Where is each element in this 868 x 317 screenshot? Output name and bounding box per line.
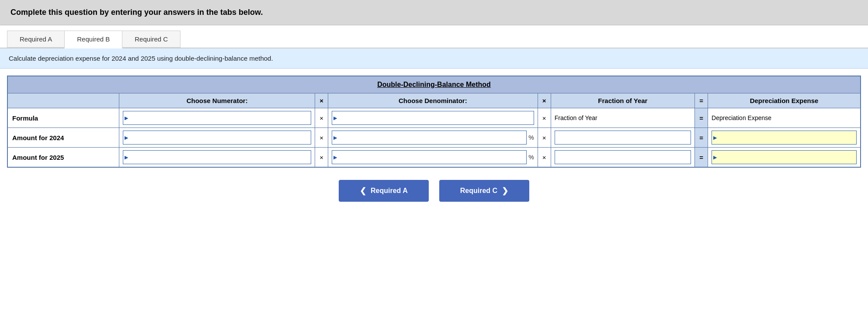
tab-required-c[interactable]: Required C — [122, 31, 181, 48]
row-label-formula: Formula — [7, 108, 119, 128]
col-equals-header: = — [695, 93, 708, 108]
amount2024-mult2: × — [538, 128, 551, 148]
col-dep-expense-header: Depreciation Expense — [708, 93, 861, 108]
formula-fraction-static: Fraction of Year — [551, 108, 694, 128]
amount2025-dep-input[interactable] — [712, 150, 857, 164]
amount2024-mult1: × — [315, 128, 328, 148]
amount2025-fraction-cell[interactable] — [551, 148, 694, 168]
header-bar: Complete this question by entering your … — [0, 0, 868, 25]
col-fraction-header: Fraction of Year — [551, 93, 694, 108]
amount2025-percent: % — [528, 154, 534, 161]
prev-button[interactable]: ❮ Required A — [339, 180, 429, 202]
amount2024-fraction-cell[interactable] — [551, 128, 694, 148]
formula-dep-static: Depreciation Expense — [708, 108, 861, 128]
col-numerator-header: Choose Numerator: — [119, 93, 315, 108]
amount2025-fraction-input[interactable] — [555, 150, 691, 164]
next-button[interactable]: Required C ❯ — [439, 180, 529, 202]
tab-required-b[interactable]: Required B — [64, 31, 122, 48]
amount2024-dep-input[interactable] — [712, 131, 857, 145]
formula-denominator-select[interactable] — [332, 111, 534, 125]
amount2024-denominator-cell[interactable]: % — [328, 128, 538, 148]
formula-mult1: × — [315, 108, 328, 128]
col-mult1-header: × — [315, 93, 328, 108]
instruction-text: Calculate depreciation expense for 2024 … — [9, 55, 273, 62]
amount2025-numerator-select[interactable] — [123, 150, 311, 164]
row-label-2025: Amount for 2025 — [7, 148, 119, 168]
tabs-row: Required A Required B Required C — [0, 25, 868, 48]
tab-required-a[interactable]: Required A — [7, 31, 65, 48]
amount2025-numerator-cell[interactable] — [119, 148, 315, 168]
nav-buttons: ❮ Required A Required C ❯ — [0, 168, 868, 210]
formula-denominator-cell[interactable] — [328, 108, 538, 128]
formula-equals: = — [695, 108, 708, 128]
title-row: Double-Declining-Balance Method — [7, 76, 861, 93]
amount2024-denominator-select[interactable] — [332, 131, 527, 145]
method-table: Double-Declining-Balance Method Choose N… — [7, 76, 861, 168]
next-button-label: Required C — [460, 187, 497, 195]
prev-button-label: Required A — [371, 187, 408, 195]
amount2024-equals: = — [695, 128, 708, 148]
amount2025-denominator-cell[interactable]: % — [328, 148, 538, 168]
formula-numerator-select[interactable] — [123, 111, 311, 125]
amount2024-numerator-select[interactable] — [123, 131, 311, 145]
col-denominator-header: Choose Denominator: — [328, 93, 538, 108]
table-row: Formula × × Fraction of Year = Depre — [7, 108, 861, 128]
amount2025-equals: = — [695, 148, 708, 168]
col-label-header — [7, 93, 119, 108]
prev-chevron-icon: ❮ — [360, 186, 366, 196]
amount2025-dep-cell[interactable] — [708, 148, 861, 168]
next-chevron-icon: ❯ — [502, 186, 508, 196]
amount2024-numerator-cell[interactable] — [119, 128, 315, 148]
amount2025-mult1: × — [315, 148, 328, 168]
amount2025-mult2: × — [538, 148, 551, 168]
table-row: Amount for 2024 × % — [7, 128, 861, 148]
row-label-2024: Amount for 2024 — [7, 128, 119, 148]
amount2024-dep-cell[interactable] — [708, 128, 861, 148]
header-row: Choose Numerator: × Choose Denominator: … — [7, 93, 861, 108]
table-title: Double-Declining-Balance Method — [7, 76, 861, 93]
instruction-bar: Calculate depreciation expense for 2024 … — [0, 48, 868, 69]
formula-mult2: × — [538, 108, 551, 128]
amount2024-percent: % — [528, 134, 534, 141]
col-mult2-header: × — [538, 93, 551, 108]
formula-numerator-cell[interactable] — [119, 108, 315, 128]
table-row: Amount for 2025 × % — [7, 148, 861, 168]
header-instruction: Complete this question by entering your … — [10, 8, 263, 17]
table-container: Double-Declining-Balance Method Choose N… — [0, 69, 868, 168]
amount2025-denominator-select[interactable] — [332, 150, 527, 164]
amount2024-fraction-input[interactable] — [555, 131, 691, 145]
